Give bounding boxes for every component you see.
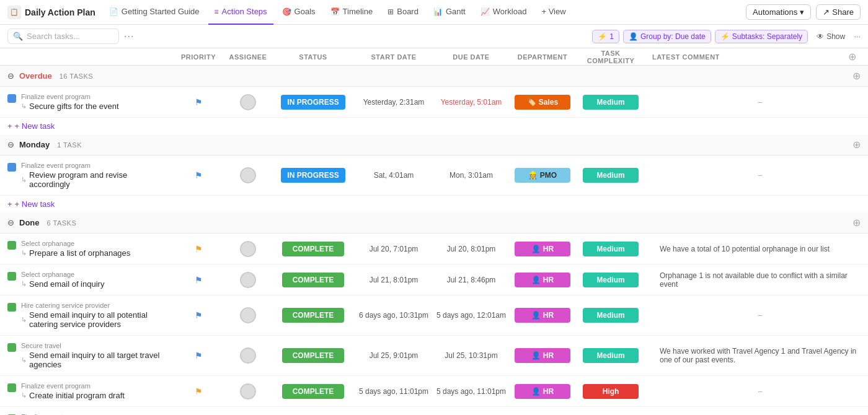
task-status[interactable]: COMPLETE	[273, 273, 353, 287]
section-add-overdue[interactable]: ⊕	[852, 70, 861, 82]
table-row: Select orphanage ↳ Send email of inquiry…	[0, 264, 868, 295]
subtasks-button[interactable]: ⚡ Subtasks: Separately	[715, 30, 808, 43]
logo-icon: 📋	[7, 6, 21, 19]
col-header-add: ⊕	[848, 51, 868, 63]
task-parent-label: Hire catering service provider	[21, 302, 166, 309]
department-badge: 🏷️ Sales	[515, 95, 570, 110]
section-add-monday[interactable]: ⊕	[852, 139, 861, 151]
col-header-status: Status	[273, 53, 353, 61]
section-toggle-monday[interactable]: ⊖	[7, 140, 14, 149]
due-date-text: Jul 20, 8:01pm	[447, 245, 496, 253]
share-icon: ↗	[823, 7, 830, 17]
comment-text: –	[652, 311, 868, 320]
start-date-text: Jul 21, 8:01pm	[370, 276, 418, 284]
table-row: Hire catering service provider ↳ Send em…	[0, 295, 868, 336]
task-assignee	[223, 307, 273, 323]
task-complexity: Medium	[577, 95, 645, 110]
task-checkbox[interactable]	[7, 94, 16, 103]
task-complexity: Medium	[577, 273, 645, 287]
task-status[interactable]: COMPLETE	[273, 348, 353, 363]
task-columns: ⚑ COMPLETE Jul 25, 9:01pm Jul 25, 10:31p…	[174, 347, 868, 364]
tab-board[interactable]: ⊞ Board	[381, 0, 425, 25]
task-columns: ⚑ IN PROGRESS Yesterday, 2:31am Yesterda…	[174, 94, 868, 110]
search-icon: 🔍	[13, 32, 23, 41]
avatar	[240, 347, 256, 364]
share-button[interactable]: ↗ Share	[816, 4, 861, 20]
task-checkbox[interactable]	[7, 163, 16, 172]
toolbar-more-icon[interactable]: ···	[124, 31, 134, 42]
filter-button[interactable]: ⚡ 1	[592, 30, 619, 43]
section-count-done: 6 TASKS	[47, 219, 77, 227]
task-left: Finalize event program ↳ Secure gifts fo…	[0, 89, 174, 115]
tab-workload[interactable]: 📈 Workload	[474, 0, 533, 25]
tab-gantt[interactable]: 📊 Gantt	[427, 0, 472, 25]
task-parent-label: Finalize event program	[21, 382, 166, 390]
add-column-icon[interactable]: ⊕	[848, 51, 856, 62]
task-name: ↳ Prepare a list of orphanages	[21, 248, 166, 258]
section-title-done: Done	[19, 218, 40, 227]
task-due-date: Mon, 3:01am	[434, 171, 508, 180]
department-badge: 👤 HR	[515, 242, 570, 256]
priority-flag-icon: ⚑	[195, 310, 203, 320]
task-checkbox[interactable]	[7, 303, 16, 312]
table-row: Finalize event program ↳ Review program …	[0, 155, 868, 196]
task-left: Finalize event program ↳ Create initial …	[0, 378, 174, 404]
avatar	[240, 241, 256, 257]
task-left: Secure travel ↳ Send email inquiry to al…	[0, 338, 174, 373]
task-due-date: Jul 21, 8:46pm	[434, 276, 508, 284]
tab-add-view[interactable]: + View	[535, 0, 572, 25]
task-priority: ⚑	[174, 244, 223, 254]
complexity-badge: Medium	[583, 242, 639, 256]
task-status[interactable]: COMPLETE	[273, 384, 353, 399]
comment-text: –	[652, 171, 868, 180]
automations-button[interactable]: Automations ▾	[746, 4, 811, 20]
search-box[interactable]: 🔍 Search tasks...	[7, 28, 119, 44]
status-badge: COMPLETE	[282, 348, 344, 363]
nav-right: Automations ▾ ↗ Share	[746, 4, 861, 20]
task-status[interactable]: IN PROGRESS	[273, 95, 353, 110]
dept-icon: 👤	[531, 276, 541, 284]
automations-chevron-icon: ▾	[800, 7, 804, 17]
toolbar-end-more-icon[interactable]: ···	[854, 32, 861, 41]
app-title: Daily Action Plan	[25, 7, 95, 17]
task-checkbox[interactable]	[7, 383, 16, 392]
priority-flag-icon: ⚑	[195, 97, 203, 107]
goals-icon: 🎯	[282, 7, 291, 16]
group-by-button[interactable]: 👤 Group by: Due date	[623, 30, 711, 43]
task-name: ↳ Create initial program draft	[21, 391, 166, 400]
new-task-monday[interactable]: + + New task	[0, 196, 868, 212]
task-text: Select orphanage ↳ Send email of inquiry	[21, 271, 166, 289]
task-left: Finalize event program ↳ Review program …	[0, 158, 174, 193]
tab-workload-label: Workload	[493, 7, 527, 16]
task-checkbox[interactable]	[7, 343, 16, 352]
col-header-due-date: Due Date	[434, 53, 508, 61]
task-checkbox[interactable]	[7, 272, 16, 281]
show-button[interactable]: 👁 Show	[812, 30, 850, 43]
task-priority: ⚑	[174, 275, 223, 285]
status-badge: COMPLETE	[282, 242, 344, 256]
task-left: Select orphanage ↳ Send email of inquiry	[0, 267, 174, 292]
tab-getting-started[interactable]: 📄 Getting Started Guide	[103, 0, 206, 25]
section-add-done[interactable]: ⊕	[852, 217, 861, 229]
task-status[interactable]: IN PROGRESS	[273, 168, 353, 183]
tab-goals[interactable]: 🎯 Goals	[276, 0, 322, 25]
task-checkbox[interactable]	[7, 241, 16, 250]
section-toggle-done[interactable]: ⊖	[7, 218, 14, 227]
share-label: Share	[832, 7, 854, 17]
section-toggle-overdue[interactable]: ⊖	[7, 71, 14, 81]
task-status[interactable]: COMPLETE	[273, 308, 353, 323]
task-department: 👤 HR	[508, 308, 577, 323]
task-name: ↳ Review program and revise accordingly	[21, 170, 166, 189]
tab-action-steps[interactable]: ≡ Action Steps	[208, 0, 273, 25]
new-task-overdue[interactable]: + + New task	[0, 118, 868, 134]
subtask-icon: ↳	[21, 316, 27, 324]
tab-timeline[interactable]: 📅 Timeline	[324, 0, 379, 25]
complexity-badge: Medium	[583, 348, 639, 363]
start-date-text: Yesterday, 2:31am	[363, 98, 425, 107]
task-status[interactable]: COMPLETE	[273, 242, 353, 256]
automations-label: Automations	[753, 7, 797, 17]
gantt-icon: 📊	[433, 7, 443, 16]
subtask-icon: ↳	[21, 102, 27, 110]
table-row: Select orphanage ↳ Prepare a list of orp…	[0, 234, 868, 264]
task-department: 👷 PMO	[508, 168, 577, 183]
